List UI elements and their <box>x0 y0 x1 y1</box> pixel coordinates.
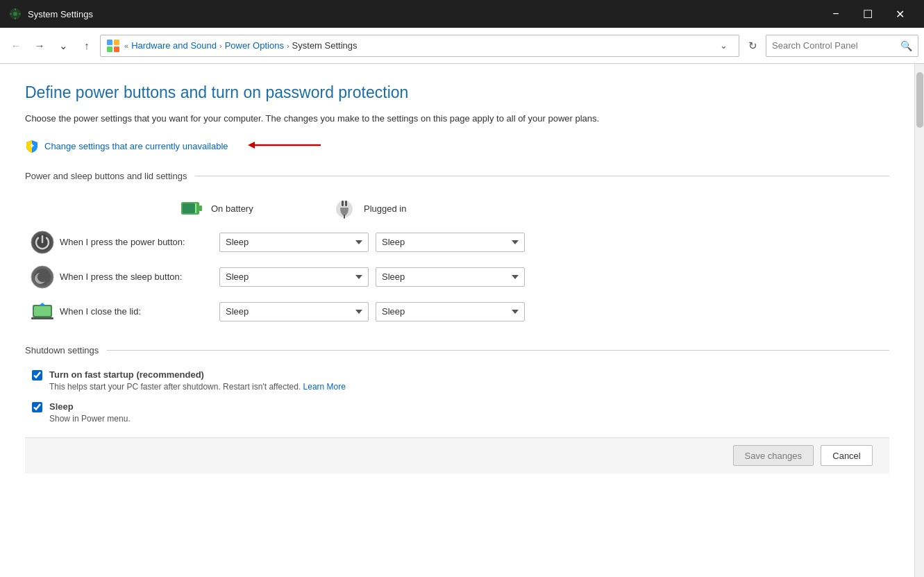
back-button[interactable]: ← <box>6 35 26 56</box>
battery-icon <box>178 195 205 223</box>
uac-shield-icon <box>25 139 39 153</box>
sleep-button-row: When I press the sleep button: Sleep Do … <box>25 265 889 290</box>
sleep-shutdown-checkbox[interactable] <box>32 402 42 412</box>
lid-icon-cell <box>25 299 60 324</box>
svg-rect-4 <box>10 13 12 15</box>
on-battery-header: On battery <box>178 195 330 223</box>
svg-rect-21 <box>344 215 345 219</box>
up-button[interactable]: ↑ <box>76 35 97 56</box>
content-area: Define power buttons and turn on passwor… <box>0 64 914 577</box>
main-layout: Define power buttons and turn on passwor… <box>0 64 924 577</box>
window-controls: − ☐ ✕ <box>820 0 916 28</box>
lid-label: When I close the lid: <box>60 306 219 317</box>
fast-startup-checkbox-cell <box>32 370 42 383</box>
scrollbar[interactable] <box>914 64 924 577</box>
lid-icon <box>30 299 55 324</box>
uac-link-row: Change settings that are currently unava… <box>25 138 889 154</box>
on-battery-label: On battery <box>211 203 253 214</box>
breadcrumb-power[interactable]: Power Options <box>225 40 284 51</box>
uac-settings-link[interactable]: Change settings that are currently unava… <box>44 141 228 151</box>
fast-startup-desc: This helps start your PC faster after sh… <box>49 382 346 392</box>
power-button-row: When I press the power button: Sleep Do … <box>25 230 889 255</box>
power-sleep-section-title: Power and sleep buttons and lid settings <box>25 171 187 181</box>
plugged-in-label: Plugged in <box>364 203 406 214</box>
svg-rect-15 <box>199 206 202 211</box>
svg-rect-7 <box>114 40 119 45</box>
svg-rect-27 <box>34 306 51 316</box>
svg-rect-11 <box>31 144 33 148</box>
sleep-icon-cell <box>25 265 60 290</box>
sleep-shutdown-label: Sleep <box>49 401 131 412</box>
scrollbar-thumb[interactable] <box>916 72 923 128</box>
grid-header-row: On battery Plugged in <box>25 195 889 223</box>
svg-rect-8 <box>107 47 112 52</box>
recent-locations-button[interactable]: ⌄ <box>53 35 74 56</box>
page-title: Define power buttons and turn on passwor… <box>25 83 889 102</box>
address-bar: ← → ⌄ ↑ « Hardware and Sound › Power Opt… <box>0 28 924 64</box>
svg-rect-9 <box>114 47 119 52</box>
plugged-in-header: Plugged in <box>330 195 483 223</box>
sleep-shutdown-checkbox-cell <box>32 402 42 415</box>
svg-rect-17 <box>183 203 195 213</box>
fast-startup-checkbox[interactable] <box>32 370 42 381</box>
window-title: System Settings <box>28 9 820 19</box>
shutdown-section-divider <box>107 350 889 351</box>
control-panel-icon <box>106 39 120 53</box>
svg-rect-5 <box>19 13 21 15</box>
sleep-shutdown-row: Sleep Show in Power menu. <box>32 401 889 424</box>
svg-rect-2 <box>15 8 16 10</box>
svg-rect-19 <box>342 201 344 206</box>
svg-rect-28 <box>31 317 53 319</box>
shutdown-section: Shutdown settings Turn on fast startup (… <box>25 345 889 424</box>
sleep-button-battery-select[interactable]: Sleep Do nothing Hibernate Shut down Tur… <box>219 267 369 287</box>
power-button-icon <box>30 230 55 255</box>
cancel-button[interactable]: Cancel <box>821 445 873 466</box>
page-description: Choose the power settings that you want … <box>25 112 615 126</box>
save-changes-button[interactable]: Save changes <box>733 445 814 466</box>
svg-rect-6 <box>107 40 112 45</box>
shutdown-section-title: Shutdown settings <box>25 345 99 356</box>
bottom-bar: Save changes Cancel <box>25 437 889 474</box>
power-icon-cell <box>25 230 60 255</box>
breadcrumb-current: System Settings <box>292 40 358 51</box>
svg-point-1 <box>13 12 17 16</box>
forward-button[interactable]: → <box>29 35 50 56</box>
svg-rect-20 <box>345 201 347 206</box>
sleep-button-plugged-select[interactable]: Sleep Do nothing Hibernate Shut down Tur… <box>376 267 525 287</box>
fast-startup-label: Turn on fast startup (recommended) <box>49 369 346 380</box>
plug-icon <box>330 195 358 223</box>
search-box: 🔍 <box>766 35 918 57</box>
address-dropdown-button[interactable]: ⌄ <box>714 35 733 57</box>
lid-battery-select[interactable]: Sleep Do nothing Hibernate Shut down Tur… <box>219 302 369 321</box>
close-button[interactable]: ✕ <box>884 0 916 28</box>
maximize-button[interactable]: ☐ <box>852 0 884 28</box>
section-divider <box>195 176 889 176</box>
lid-row: When I close the lid: Sleep Do nothing H… <box>25 299 889 324</box>
search-input[interactable] <box>772 40 900 51</box>
svg-marker-13 <box>248 142 255 149</box>
lid-plugged-select[interactable]: Sleep Do nothing Hibernate Shut down Tur… <box>376 302 525 321</box>
svg-rect-3 <box>15 17 16 19</box>
sleep-shutdown-content: Sleep Show in Power menu. <box>49 401 131 424</box>
power-button-battery-select[interactable]: Sleep Do nothing Hibernate Shut down Tur… <box>219 233 369 252</box>
sleep-button-label: When I press the sleep button: <box>60 271 219 282</box>
app-icon <box>8 7 22 21</box>
fast-startup-content: Turn on fast startup (recommended) This … <box>49 369 346 392</box>
sleep-button-icon <box>30 265 55 290</box>
shutdown-section-header: Shutdown settings <box>25 345 889 356</box>
power-sleep-section-header: Power and sleep buttons and lid settings <box>25 171 889 181</box>
breadcrumb: « Hardware and Sound › Power Options › S… <box>124 40 714 51</box>
breadcrumb-hardware[interactable]: Hardware and Sound <box>131 40 217 51</box>
arrow-annotation <box>248 138 331 154</box>
learn-more-link[interactable]: Learn More <box>303 382 346 392</box>
title-bar: System Settings − ☐ ✕ <box>0 0 924 28</box>
power-button-plugged-select[interactable]: Sleep Do nothing Hibernate Shut down Tur… <box>376 233 525 252</box>
refresh-button[interactable]: ↻ <box>742 35 763 56</box>
minimize-button[interactable]: − <box>820 0 852 28</box>
fast-startup-row: Turn on fast startup (recommended) This … <box>32 369 889 392</box>
power-sleep-section: Power and sleep buttons and lid settings… <box>25 171 889 324</box>
power-button-label: When I press the power button: <box>60 237 219 247</box>
address-box[interactable]: « Hardware and Sound › Power Options › S… <box>100 35 739 57</box>
sleep-shutdown-desc: Show in Power menu. <box>49 414 131 424</box>
search-icon: 🔍 <box>900 40 912 51</box>
